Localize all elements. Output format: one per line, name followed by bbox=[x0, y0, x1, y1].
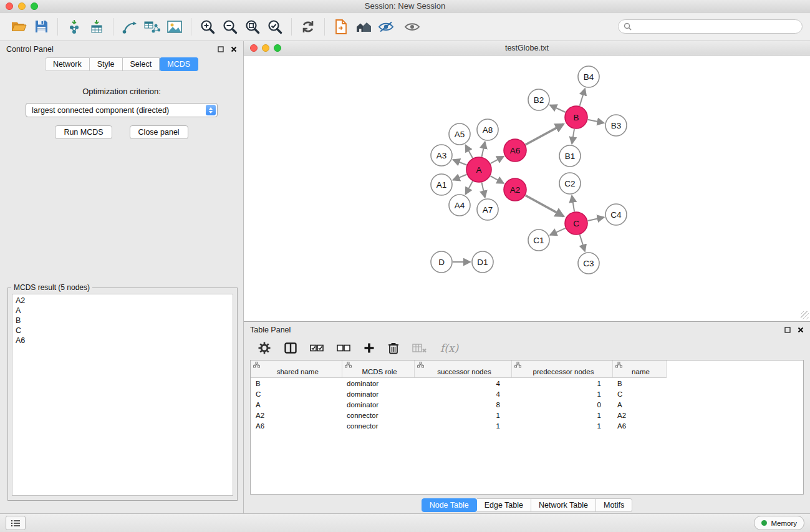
network-node-C4[interactable]: C4 bbox=[605, 204, 627, 225]
network-edge-B-B4[interactable] bbox=[580, 89, 586, 106]
network-node-A5[interactable]: A5 bbox=[449, 123, 470, 145]
network-node-D1[interactable]: D1 bbox=[472, 251, 493, 273]
network-zoom-button[interactable] bbox=[274, 44, 281, 52]
network-edge-A-A2[interactable] bbox=[490, 176, 503, 183]
resize-grip[interactable] bbox=[801, 311, 809, 319]
export-image-button[interactable] bbox=[163, 16, 186, 38]
zoom-out-button[interactable] bbox=[219, 16, 241, 38]
network-close-button[interactable] bbox=[250, 44, 258, 52]
zoom-fit-button[interactable] bbox=[241, 16, 264, 38]
export-document-button[interactable] bbox=[330, 16, 352, 38]
import-table-button[interactable] bbox=[85, 16, 108, 38]
network-edge-A-A1[interactable] bbox=[453, 175, 467, 180]
network-node-C[interactable]: C bbox=[565, 212, 587, 235]
save-session-button[interactable] bbox=[30, 16, 52, 38]
network-edge-B-B3[interactable] bbox=[588, 120, 604, 123]
criterion-dropdown[interactable]: largest connected component (directed) bbox=[26, 103, 218, 117]
import-network-button[interactable] bbox=[63, 16, 85, 38]
table-row[interactable]: Bdominator41B bbox=[251, 378, 666, 389]
network-node-A1[interactable]: A1 bbox=[431, 174, 452, 195]
network-edge-A-A7[interactable] bbox=[482, 183, 485, 198]
tab-network[interactable]: Network bbox=[45, 57, 90, 71]
column-header-name[interactable]: name bbox=[612, 360, 666, 378]
network-edge-A-A4[interactable] bbox=[466, 181, 473, 194]
network-node-B4[interactable]: B4 bbox=[578, 66, 599, 87]
network-edge-C-C4[interactable] bbox=[588, 217, 604, 221]
refresh-button[interactable] bbox=[297, 16, 319, 38]
network-edge-B-B1[interactable] bbox=[572, 129, 574, 144]
network-edge-C-C1[interactable] bbox=[550, 228, 566, 235]
function-builder-button[interactable]: f(x) bbox=[440, 342, 458, 354]
search-input[interactable] bbox=[618, 19, 803, 34]
network-node-A[interactable]: A bbox=[466, 157, 491, 182]
network-node-B[interactable]: B bbox=[565, 106, 587, 128]
network-node-C2[interactable]: C2 bbox=[559, 173, 581, 194]
table-row[interactable]: Cdominator41C bbox=[251, 389, 666, 399]
network-edge-C-C2[interactable] bbox=[572, 196, 574, 211]
network-node-B2[interactable]: B2 bbox=[528, 89, 549, 110]
table-row[interactable]: A6connector11A6 bbox=[251, 420, 666, 431]
network-node-A8[interactable]: A8 bbox=[477, 119, 498, 140]
delete-column-button[interactable] bbox=[388, 342, 399, 354]
tab-style[interactable]: Style bbox=[90, 57, 123, 71]
table-settings-button[interactable] bbox=[258, 341, 271, 355]
network-node-A4[interactable]: A4 bbox=[449, 195, 470, 216]
close-panel-button[interactable]: Close panel bbox=[130, 125, 188, 139]
tab-mcds[interactable]: MCDS bbox=[160, 57, 198, 71]
zoom-selected-button[interactable] bbox=[264, 16, 286, 38]
open-file-button[interactable] bbox=[7, 16, 30, 38]
tab-node-table[interactable]: Node Table bbox=[422, 498, 477, 512]
close-window-button[interactable] bbox=[6, 2, 13, 10]
network-edge-B-B2[interactable] bbox=[550, 105, 566, 113]
network-edge-A-A3[interactable] bbox=[453, 160, 467, 165]
show-columns-button[interactable] bbox=[284, 342, 297, 354]
network-node-A3[interactable]: A3 bbox=[431, 145, 452, 166]
zoom-in-button[interactable] bbox=[196, 16, 219, 38]
close-panel-icon-button[interactable] bbox=[231, 46, 237, 52]
column-header-shared-name[interactable]: shared name bbox=[251, 360, 342, 378]
network-node-A6[interactable]: A6 bbox=[504, 139, 526, 162]
network-from-table-button[interactable] bbox=[141, 16, 163, 38]
network-edge-A2-C[interactable] bbox=[526, 195, 564, 216]
close-table-panel-button[interactable] bbox=[798, 327, 804, 333]
network-edge-C-C3[interactable] bbox=[580, 235, 585, 251]
delete-table-button[interactable] bbox=[412, 342, 427, 354]
column-header-predecessor-nodes[interactable]: predecessor nodes bbox=[511, 360, 612, 378]
run-mcds-button[interactable]: Run MCDS bbox=[55, 125, 112, 139]
zoom-window-button[interactable] bbox=[31, 2, 38, 10]
column-header-MCDS-role[interactable]: MCDS role bbox=[342, 360, 414, 378]
tab-select[interactable]: Select bbox=[123, 57, 160, 71]
network-edge-A-A8[interactable] bbox=[482, 142, 485, 157]
share-network-button[interactable] bbox=[118, 16, 141, 38]
network-node-D[interactable]: D bbox=[431, 251, 452, 273]
network-node-C1[interactable]: C1 bbox=[528, 230, 549, 251]
tab-edge-table[interactable]: Edge Table bbox=[477, 498, 531, 512]
network-node-B1[interactable]: B1 bbox=[559, 145, 581, 167]
float-panel-button[interactable] bbox=[218, 46, 224, 52]
network-edge-A-A6[interactable] bbox=[491, 157, 504, 163]
select-all-button[interactable] bbox=[310, 344, 324, 352]
show-details-button[interactable] bbox=[401, 16, 423, 38]
home-button[interactable] bbox=[352, 16, 375, 38]
column-header-successor-nodes[interactable]: successor nodes bbox=[414, 360, 511, 378]
deselect-all-button[interactable] bbox=[337, 344, 350, 352]
add-column-button[interactable] bbox=[364, 342, 375, 354]
network-minimize-button[interactable] bbox=[262, 44, 269, 52]
network-edge-A-A5[interactable] bbox=[466, 145, 473, 158]
network-node-B3[interactable]: B3 bbox=[605, 115, 627, 136]
tab-network-table[interactable]: Network Table bbox=[531, 498, 596, 512]
network-canvas[interactable]: AA6A2BCA5A8A3A1A4A7B2B4B3B1C2C4C1C3DD1 bbox=[244, 56, 810, 321]
table-row[interactable]: A2connector11A2 bbox=[251, 410, 666, 420]
minimize-window-button[interactable] bbox=[18, 2, 26, 10]
tab-motifs[interactable]: Motifs bbox=[596, 498, 632, 512]
network-edge-A6-B[interactable] bbox=[526, 124, 564, 145]
memory-button[interactable]: Memory bbox=[754, 516, 804, 530]
show-panels-button[interactable] bbox=[6, 516, 26, 530]
network-node-A2[interactable]: A2 bbox=[504, 178, 526, 201]
table-row[interactable]: Adominator80A bbox=[251, 399, 666, 410]
style-button[interactable] bbox=[375, 16, 397, 38]
float-table-panel-button[interactable] bbox=[784, 327, 791, 333]
network-node-C3[interactable]: C3 bbox=[578, 253, 599, 274]
svg-text:C4: C4 bbox=[610, 210, 622, 220]
network-node-A7[interactable]: A7 bbox=[477, 199, 498, 220]
